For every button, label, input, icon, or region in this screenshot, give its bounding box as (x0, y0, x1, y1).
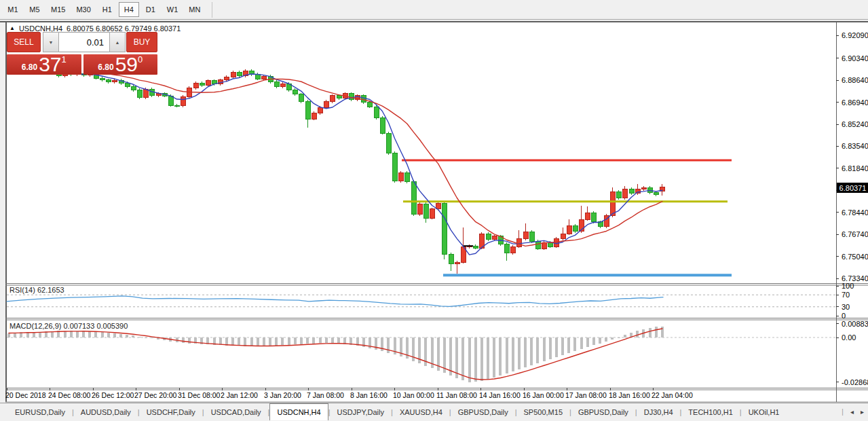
sell-price-big: 37 (39, 56, 61, 73)
symbol-tab-bar: EURUSD,Daily|AUDUSD,Daily|USDCHF,Daily|U… (0, 403, 868, 420)
buy-price-base: 6.80 (98, 61, 113, 73)
sell-price-pip: 1 (62, 55, 67, 64)
rsi-axis-label: 70 (842, 291, 850, 299)
time-axis-label: 14 Jan 16:00 (479, 391, 521, 399)
timeframe-button-mn[interactable]: MN (184, 2, 205, 17)
price-axis-label: 6.76740 (842, 230, 868, 238)
time-axis-label: 2 Jan 12:00 (221, 391, 258, 399)
volume-increase-button[interactable]: ▲ (109, 32, 126, 52)
symbol-tab-eurusd-daily[interactable]: EURUSD,Daily (8, 403, 72, 420)
rsi-axis-label: 100 (842, 282, 854, 290)
volume-decrease-button[interactable]: ▼ (43, 32, 59, 52)
time-axis-label: 8 Jan 16:00 (350, 391, 388, 399)
timeframe-button-m30[interactable]: M30 (71, 2, 95, 17)
tab-scroll-left-icon[interactable]: ◂ (850, 408, 854, 416)
timeframe-button-w1[interactable]: W1 (162, 2, 183, 17)
symbol-tab-usdcad-daily[interactable]: USDCAD,Daily (204, 403, 268, 420)
symbol-tab-audusd-daily[interactable]: AUDUSD,Daily (74, 403, 138, 420)
price-axis-label: 6.85240 (842, 120, 868, 128)
toolbar-separator (212, 2, 212, 18)
timeframe-button-h1[interactable]: H1 (97, 2, 117, 17)
price-axis-label: 6.78440 (842, 208, 868, 217)
price-axis-label: 6.92090 (842, 31, 868, 39)
time-axis-label: 16 Jan 00:00 (523, 391, 564, 399)
symbol-tab-usdcnh-h4[interactable]: USDCNH,H4 (269, 403, 328, 420)
symbol-tab-xauusd-h4[interactable]: XAUUSD,H4 (393, 403, 449, 420)
timeframe-button-m5[interactable]: M5 (24, 2, 45, 17)
symbol-tab-usdjpy-daily[interactable]: USDJPY,Daily (331, 403, 392, 420)
time-axis-label: 17 Jan 08:00 (565, 391, 607, 399)
price-axis-label: 6.83540 (842, 142, 868, 150)
timeframe-toolbar: M1M5M15M30H1H4D1W1MN (0, 0, 868, 20)
symbol-tab-dj30-h4[interactable]: DJ30,H4 (637, 403, 680, 420)
trading-terminal-window: M1M5M15M30H1H4D1W1MN ▲ USDCNH,H4 6.80075… (0, 0, 868, 421)
buy-price-box[interactable]: 6.80 59 0 (83, 54, 158, 75)
time-axis-label: 10 Jan 00:00 (393, 391, 434, 399)
sell-price-base: 6.80 (22, 61, 37, 73)
time-axis-label: 22 Jan 04:00 (652, 391, 693, 399)
time-axis-label: 20 Dec 2018 (5, 391, 46, 399)
price-axis-label: 6.86940 (842, 98, 868, 107)
buy-price-pip: 0 (138, 55, 143, 64)
collapse-triangle-icon[interactable]: ▲ (10, 26, 15, 31)
symbol-tab-gbpusd-daily[interactable]: GBPUSD,Daily (571, 403, 635, 420)
price-axis-label: 6.90340 (842, 54, 868, 62)
current-price-badge: 6.80371 (837, 183, 868, 193)
time-axis-label: 31 Dec 08:00 (178, 391, 220, 399)
sell-price-box[interactable]: 6.80 37 1 (7, 54, 81, 75)
tab-scroll-arrows: | ◂ ▸ (842, 403, 864, 420)
time-axis-label: 26 Dec 12:00 (92, 391, 134, 399)
symbol-tab-gbpusd-daily[interactable]: GBPUSD,Daily (451, 403, 515, 420)
volume-input[interactable]: 0.01 (59, 32, 109, 52)
symbol-tab-ukoil-h1[interactable]: UKOil,H1 (742, 403, 787, 420)
rsi-axis-label: 0 (842, 312, 846, 320)
time-axis-label: 18 Jan 16:00 (609, 391, 650, 399)
symbol-tab-tech100-h1[interactable]: TECH100,H1 (681, 403, 739, 420)
macd-label: MACD(12,26,9) 0.007133 0.005390 (10, 322, 128, 330)
sell-button[interactable]: SELL (7, 32, 41, 52)
symbol-tab-usdchf-daily[interactable]: USDCHF,Daily (140, 403, 202, 420)
timeframe-button-h4[interactable]: H4 (119, 2, 139, 17)
price-axis-label: 6.75040 (842, 253, 868, 261)
macd-axis-label: -0.028683 (842, 378, 868, 386)
time-axis-label: 27 Dec 20:00 (134, 391, 176, 399)
tab-scroll-right-icon[interactable]: ▸ (861, 408, 864, 416)
time-axis-label: 11 Jan 08:00 (436, 391, 477, 399)
one-click-trade-panel: SELL ▼ 0.01 ▲ BUY 6.80 37 1 6.80 59 0 (7, 32, 157, 75)
price-axis-label: 6.81840 (842, 164, 868, 172)
price-axis-label: 6.88640 (842, 76, 868, 84)
tab-arrows-separator: | (842, 408, 844, 416)
buy-button[interactable]: BUY (126, 32, 157, 52)
time-axis-label: 3 Jan 20:00 (264, 391, 301, 399)
buy-price-big: 59 (115, 56, 138, 73)
symbol-tab-sp500-m15[interactable]: SP500,M15 (517, 403, 569, 420)
timeframe-button-m1[interactable]: M1 (3, 2, 23, 17)
macd-axis-label: 0.008839 (842, 320, 868, 328)
time-axis-label: 7 Jan 08:00 (307, 391, 344, 399)
macd-axis-label: 0.00 (842, 333, 856, 342)
rsi-label: RSI(14) 62.1653 (10, 286, 64, 294)
time-axis-label: 24 Dec 08:00 (48, 391, 90, 399)
timeframe-button-d1[interactable]: D1 (140, 2, 161, 17)
timeframe-button-m15[interactable]: M15 (46, 2, 70, 17)
rsi-axis-label: 30 (842, 303, 850, 311)
